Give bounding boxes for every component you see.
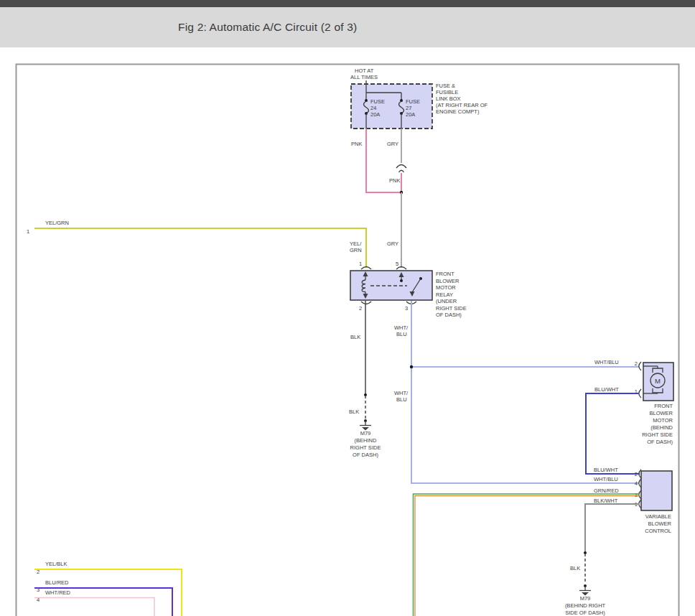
relay-pin1-connector-icon	[361, 267, 371, 270]
vbc-pin4-number: 4	[635, 480, 638, 487]
vbc-wht-blu-label: WHT/BLU	[594, 476, 618, 482]
relay-pin3-number: 3	[405, 305, 408, 312]
motor-label-4: (BEHIND	[650, 424, 673, 431]
fuse-27-number: 27	[406, 105, 411, 111]
blk-label-2: BLK	[349, 409, 359, 415]
vbc-blk-wht-label: BLK/WHT	[594, 498, 618, 504]
relay-label-2: BLOWER	[436, 278, 460, 284]
relay-pin2-number: 2	[359, 305, 362, 312]
motor-blu-wht-label: BLU/WHT	[594, 386, 619, 393]
diagram-border	[17, 65, 679, 616]
vbc-label-3: CONTROL	[645, 528, 671, 534]
motor-pin1-connector-icon	[639, 389, 641, 398]
yel-grn-label-relay-2: GRN	[350, 247, 362, 253]
yel-grn-label: YEL/GRN	[45, 220, 69, 226]
relay-label-4: RELAY	[436, 291, 453, 298]
motor-label-5: RIGHT SIDE	[642, 431, 673, 438]
motor-pin2-connector-icon	[639, 362, 641, 370]
motor-wht-blu-label: WHT/BLU	[594, 359, 619, 365]
hot-at-label: HOT AT	[355, 67, 374, 74]
motor-label-2: BLOWER	[649, 410, 673, 416]
fuse-27-name: FUSE	[406, 98, 420, 105]
relay-label-1: FRONT	[436, 271, 454, 277]
fuse-27-amps: 20A	[406, 111, 415, 118]
ground-left-name: M79	[360, 430, 371, 437]
pnk-label-top: PNK	[351, 141, 362, 147]
hot-at-label2: ALL TIMES	[350, 74, 378, 80]
wire-grn-red-green	[414, 494, 640, 616]
fuse-box	[351, 84, 432, 129]
gry-label-top: GRY	[387, 141, 398, 147]
fuse-24-amps: 20A	[370, 111, 380, 118]
blk-label-1: BLK	[350, 334, 360, 340]
wire-yel-grn	[34, 228, 366, 268]
fuse-box-label-3: LINK BOX	[436, 95, 461, 102]
relay-pin1-number: 1	[359, 261, 362, 267]
motor-symbol-letter: M	[655, 377, 661, 385]
variable-blower-control-box	[641, 471, 672, 510]
relay-label-3: MOTOR	[436, 284, 456, 291]
relay-label-5: (UNDER	[436, 298, 457, 304]
ground-left-loc-1: (BEHIND	[355, 437, 377, 444]
gry-label-relay: GRY	[387, 241, 398, 247]
ground-left-loc-2: RIGHT SIDE	[350, 444, 381, 451]
vbc-grn-red-label: GRN/RED	[594, 487, 619, 494]
vbc-blu-wht-label: BLU/WHT	[594, 467, 618, 473]
wire-blu-wht	[586, 393, 640, 474]
wht-red-label: WHT/RED	[45, 589, 71, 596]
ground-right-loc-2: SIDE OF DASH)	[565, 610, 605, 616]
ground-left-loc-3: OF DASH)	[353, 452, 378, 458]
ground-icon-right	[579, 584, 591, 596]
fuse-24-number: 24	[370, 105, 376, 111]
vbc-pin3-number: 3	[635, 492, 638, 498]
wire-grn-red-stripe	[415, 496, 639, 616]
ground-right-loc-1: (BEHIND RIGHT	[565, 602, 606, 609]
wiring-diagram: HOT AT ALL TIMES FUSE 24 20A FUSE 27 20A…	[0, 0, 695, 616]
vbc-label-1: VARIABLE	[645, 513, 671, 520]
ground-icon-left	[360, 419, 371, 431]
fuse-24-name: FUSE	[370, 98, 385, 105]
row1-number: 1	[27, 228, 29, 235]
vbc-pin2-number: 2	[635, 471, 638, 477]
wht-blu-label-a2: BLU	[396, 331, 407, 337]
motor-label-3: MOTOR	[653, 417, 673, 424]
relay-label-7: OF DASH)	[436, 312, 462, 318]
wht-blu-label-a1: WHT/	[394, 325, 409, 331]
relay-pin5-number: 5	[396, 261, 398, 267]
fuse-box-label-2: FUSIBLE	[436, 89, 458, 95]
pnk-label-mid: PNK	[389, 177, 400, 184]
fuse-box-label-1: FUSE &	[436, 83, 455, 89]
motor-pin2-number: 2	[635, 360, 638, 367]
relay-pin5-connector-icon	[396, 267, 406, 270]
ground-right-name: M79	[580, 595, 591, 602]
motor-label-1: FRONT	[654, 403, 673, 409]
relay-label-6: RIGHT SIDE	[436, 305, 467, 312]
wire-wht-red	[34, 598, 154, 616]
blu-red-label: BLU/RED	[45, 579, 69, 586]
blk-label-right: BLK	[570, 565, 580, 571]
yel-grn-label-relay-1: YEL/	[350, 241, 362, 247]
yel-blk-label: YEL/BLK	[45, 561, 67, 567]
fuse-box-label-5: ENGINE COMPT)	[436, 108, 480, 115]
wht-blu-label-b2: BLU	[396, 396, 407, 403]
vbc-label-2: BLOWER	[648, 521, 671, 527]
inline-connector-icon	[396, 165, 406, 173]
fuse-box-label-4: (AT RIGHT REAR OF	[436, 102, 488, 108]
motor-label-6: OF DASH)	[647, 439, 673, 445]
wht-blu-junction-dot	[410, 365, 413, 368]
relay-pin2-connector-icon	[361, 302, 371, 304]
wht-blu-label-b1: WHT/	[394, 390, 409, 396]
wire-blk-wht	[585, 504, 639, 553]
